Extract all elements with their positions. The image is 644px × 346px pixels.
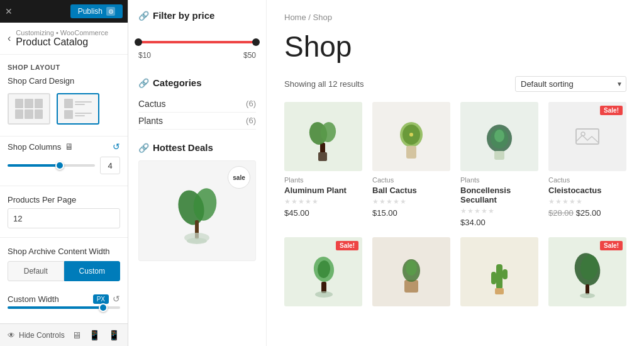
product-stars: ★★★★★ bbox=[548, 198, 626, 206]
product-price: $34.00 bbox=[460, 218, 538, 227]
thumb-line bbox=[75, 115, 85, 116]
reset-icon[interactable]: ↺ bbox=[113, 294, 120, 304]
unit-badge[interactable]: PX bbox=[93, 294, 109, 304]
card-design-label: Shop Card Design bbox=[0, 76, 128, 89]
eye-icon: 👁 bbox=[8, 331, 15, 340]
mobile-icon[interactable]: 📱 bbox=[108, 330, 120, 341]
product-category: Plants bbox=[460, 176, 538, 184]
publish-button[interactable]: Publish ⚙ bbox=[70, 4, 123, 18]
category-item-plants[interactable]: Plants (6) bbox=[138, 113, 256, 130]
list-img bbox=[64, 110, 73, 120]
list-lines bbox=[75, 99, 92, 108]
default-width-button[interactable]: Default bbox=[8, 261, 64, 281]
hottest-deals-image: sale bbox=[138, 160, 256, 261]
product-price: $28.00$25.00 bbox=[548, 208, 626, 218]
product-category: Plants bbox=[284, 176, 362, 184]
category-list: Cactus (6) Plants (6) bbox=[138, 96, 256, 130]
thumb-cell bbox=[25, 99, 33, 108]
card-option-grid[interactable] bbox=[8, 93, 50, 125]
svg-point-12 bbox=[409, 133, 413, 137]
panel-content: Shop Layout Shop Card Design bbox=[0, 55, 128, 323]
hide-controls-button[interactable]: 👁 Hide Controls bbox=[8, 331, 65, 340]
min-price: $10 bbox=[138, 51, 151, 60]
refresh-icon[interactable]: ↺ bbox=[113, 142, 120, 152]
product-price: $45.00 bbox=[284, 208, 362, 218]
columns-slider[interactable] bbox=[8, 164, 95, 167]
price-fill bbox=[138, 41, 256, 43]
custom-width-button[interactable]: Custom bbox=[64, 261, 121, 281]
slider-fill bbox=[8, 164, 60, 167]
products-per-page-group: Products Per Page bbox=[0, 189, 128, 235]
category-count: (6) bbox=[246, 116, 256, 126]
svg-point-15 bbox=[494, 130, 504, 142]
columns-text: Shop Columns bbox=[8, 142, 61, 152]
price-thumb-left[interactable] bbox=[135, 38, 142, 46]
category-name: Cactus bbox=[138, 99, 166, 109]
publish-label: Publish bbox=[78, 7, 103, 16]
price-thumb-right[interactable] bbox=[252, 38, 260, 46]
link-icon: 🔗 bbox=[138, 11, 149, 21]
slider-thumb[interactable] bbox=[99, 303, 108, 312]
product-card-ball-cactus[interactable]: Cactus Ball Cactus ★★★★★ $15.00 bbox=[372, 102, 450, 227]
product-name: Cleistocactus bbox=[548, 186, 626, 195]
card-option-list[interactable] bbox=[57, 93, 99, 125]
product-card-7[interactable] bbox=[460, 237, 538, 311]
plant-illustration bbox=[172, 173, 223, 248]
widgets-panel: 🔗 Filter by price $10 $50 🔗 Categories C… bbox=[128, 0, 267, 346]
showing-results: Showing all 12 results bbox=[284, 79, 364, 89]
link-icon: 🔗 bbox=[138, 143, 149, 153]
thumb-cell bbox=[35, 99, 43, 108]
desktop-icon[interactable]: 🖥 bbox=[72, 330, 81, 341]
slider-thumb[interactable] bbox=[55, 161, 64, 170]
categories-widget-title: 🔗 Categories bbox=[138, 77, 256, 88]
succulent-image bbox=[480, 108, 518, 165]
nav-bar: ‹ Customizing • WooCommerce Product Cata… bbox=[0, 23, 128, 55]
top-bar: ✕ Publish ⚙ bbox=[0, 0, 128, 23]
svg-rect-26 bbox=[496, 264, 502, 289]
thumb-line bbox=[75, 101, 92, 103]
product-image bbox=[460, 102, 538, 171]
thumb-cell bbox=[15, 109, 23, 119]
hide-controls-label: Hide Controls bbox=[19, 331, 65, 340]
product-card-8[interactable]: Sale! bbox=[548, 237, 626, 311]
cactus-image bbox=[392, 108, 430, 165]
thumb-cell bbox=[35, 109, 43, 119]
product-card-boncellensis[interactable]: Plants Boncellensis Secullant ★★★★★ $34.… bbox=[460, 102, 538, 227]
product-image bbox=[460, 237, 538, 306]
sale-badge: sale bbox=[228, 166, 250, 189]
product-stars: ★★★★★ bbox=[284, 198, 362, 206]
price-slider[interactable] bbox=[138, 41, 256, 43]
category-item-cactus[interactable]: Cactus (6) bbox=[138, 96, 256, 113]
shop-meta: Showing all 12 results Default sorting S… bbox=[284, 76, 626, 92]
product-image: Sale! bbox=[548, 102, 626, 171]
product-stars: ★★★★★ bbox=[460, 207, 538, 215]
plant-image-2 bbox=[306, 245, 341, 299]
thumb-cell bbox=[25, 109, 33, 119]
product-image bbox=[284, 102, 362, 171]
product-card-aluminum-plant[interactable]: Plants Aluminum Plant ★★★★★ $45.00 bbox=[284, 102, 362, 227]
svg-rect-27 bbox=[491, 272, 496, 284]
product-name: Boncellensis Secullant bbox=[460, 186, 538, 204]
custom-width-slider[interactable] bbox=[8, 306, 120, 309]
product-price: $15.00 bbox=[372, 208, 450, 218]
product-card-cleistocactus[interactable]: Sale! Cactus Cleistocactus ★★★★★ $28.00$… bbox=[548, 102, 626, 227]
columns-slider-row: 4 bbox=[0, 157, 128, 183]
plant-image-4 bbox=[570, 245, 605, 299]
products-per-page-input[interactable] bbox=[8, 208, 120, 228]
product-card-6[interactable] bbox=[372, 237, 450, 311]
divider bbox=[0, 136, 128, 137]
svg-point-4 bbox=[184, 233, 209, 243]
back-button[interactable]: ‹ bbox=[8, 33, 11, 44]
max-price: $50 bbox=[243, 51, 256, 60]
shop-layout-label: Shop Layout bbox=[0, 55, 128, 76]
thumb-line bbox=[75, 113, 92, 114]
product-card-5[interactable]: Sale! bbox=[284, 237, 362, 311]
thumb-line bbox=[75, 104, 85, 105]
product-name: Aluminum Plant bbox=[284, 186, 362, 195]
svg-point-33 bbox=[580, 293, 595, 298]
tablet-icon[interactable]: 📱 bbox=[89, 330, 101, 341]
gear-icon[interactable]: ⚙ bbox=[106, 7, 115, 16]
sort-select[interactable]: Default sorting Sort by popularity Sort … bbox=[515, 76, 626, 92]
device-icons: 🖥 📱 📱 bbox=[72, 330, 120, 341]
close-icon[interactable]: ✕ bbox=[5, 6, 13, 16]
